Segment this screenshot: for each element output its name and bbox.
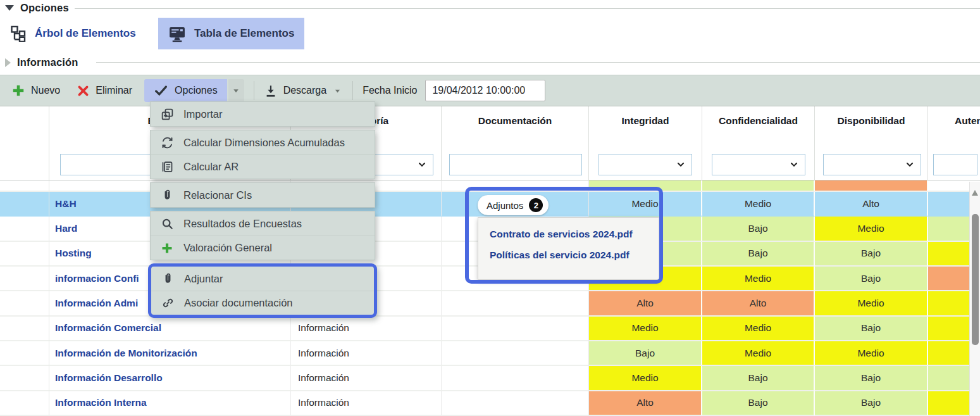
tabla-de-elementos-button[interactable]: Tabla de Elementos bbox=[158, 18, 304, 49]
section-opciones-header[interactable]: Opciones bbox=[5, 2, 69, 14]
element-name-cell[interactable]: Información de Monitorización bbox=[49, 341, 291, 366]
disponibilidad-filter-select[interactable] bbox=[823, 154, 921, 175]
row-select-cell[interactable] bbox=[0, 391, 49, 416]
eliminar-button[interactable]: Eliminar bbox=[77, 84, 132, 98]
toolbar-divider-2 bbox=[352, 81, 353, 100]
column-header-confidencialidad[interactable]: Confidencialidad bbox=[702, 106, 815, 149]
paperclip-icon bbox=[161, 272, 175, 286]
table-row[interactable]: Información AdmiAltoAltoMedio bbox=[0, 291, 980, 316]
dimension-value: Medio bbox=[857, 223, 884, 234]
table-row[interactable]: Información DesarrolloInformaciónMedioBa… bbox=[0, 366, 980, 391]
scrollbar-up-arrow-icon[interactable] bbox=[972, 190, 978, 196]
menu-item-label: Calcular Dimensiones Acumuladas bbox=[183, 137, 345, 149]
nuevo-label: Nuevo bbox=[31, 85, 60, 96]
report-icon bbox=[160, 160, 174, 174]
dimension-value: Alto bbox=[636, 397, 654, 408]
collapse-triangle-icon[interactable] bbox=[5, 5, 14, 11]
row-select-cell[interactable] bbox=[0, 192, 49, 217]
confidencialidad-cell: Bajo bbox=[702, 242, 815, 267]
menu-group: Calcular Dimensiones AcumuladasCalcular … bbox=[150, 130, 375, 179]
row-select-cell[interactable] bbox=[0, 317, 49, 341]
adjuntos-count-badge: 2 bbox=[529, 198, 543, 212]
adjuntos-pill: Adjuntos 2 bbox=[478, 195, 549, 215]
dimension-value: Bajo bbox=[861, 372, 881, 384]
confidencialidad-filter-select[interactable] bbox=[712, 154, 805, 175]
row-select-cell[interactable] bbox=[0, 242, 49, 267]
column-header-documentaci-n[interactable]: Documentación bbox=[442, 106, 589, 149]
adjuntos-title: Adjuntos bbox=[487, 200, 523, 211]
column-header-integridad[interactable]: Integridad bbox=[589, 106, 702, 149]
opciones-button[interactable]: Opciones bbox=[144, 79, 227, 102]
element-name-cell[interactable]: Información Interna bbox=[49, 391, 291, 416]
row-select-cell[interactable] bbox=[0, 267, 49, 291]
menu-item-adjuntar[interactable]: Adjuntar bbox=[151, 267, 374, 291]
tabla-label: Tabla de Elementos bbox=[194, 27, 294, 40]
documentacion-cell bbox=[442, 366, 589, 391]
categoria-value: Información bbox=[298, 348, 349, 359]
element-name: informacion Confi bbox=[55, 273, 139, 284]
menu-item-label: Asociar documentación bbox=[184, 297, 293, 309]
attachment-link[interactable]: Contrato de servicios 2024.pdf bbox=[490, 229, 659, 240]
integridad-filter-select[interactable] bbox=[599, 154, 692, 175]
dimension-value: Bajo bbox=[861, 273, 881, 284]
element-name: Información Desarrollo bbox=[55, 372, 163, 384]
element-name: Hard bbox=[55, 223, 77, 234]
section-opciones-label: Opciones bbox=[20, 2, 69, 14]
menu-item-importar[interactable]: Importar bbox=[151, 102, 375, 126]
fecha-inicio-label: Fecha Inicio bbox=[363, 85, 417, 96]
dimension-value: Medio bbox=[631, 322, 658, 334]
expand-triangle-icon[interactable] bbox=[5, 58, 11, 67]
table-row[interactable]: Información de MonitorizaciónInformación… bbox=[0, 341, 980, 366]
toolbar: Nuevo Eliminar Opciones Descarga bbox=[0, 75, 980, 106]
attachment-link[interactable]: Políticas del servicio 2024.pdf bbox=[490, 249, 659, 261]
menu-item-label: Adjuntar bbox=[184, 273, 223, 285]
confidencialidad-cell: Bajo bbox=[702, 391, 815, 416]
confidencialidad-cell: Medio bbox=[702, 192, 815, 217]
table-row[interactable]: Información InternaInformaciónAltoBajoBa… bbox=[0, 391, 980, 416]
confidencialidad-cell: Bajo bbox=[702, 217, 815, 241]
menu-item-calcular-dimensiones-acumuladas[interactable]: Calcular Dimensiones Acumuladas bbox=[151, 130, 375, 154]
check-icon bbox=[154, 84, 168, 98]
dimension-value: Medio bbox=[857, 348, 884, 359]
header-row: ElementoCategoríaDocumentaciónIntegridad… bbox=[0, 106, 980, 149]
column-header-autenticidad[interactable]: Autenticidad bbox=[928, 106, 980, 149]
autenticidad-filter-input[interactable] bbox=[933, 154, 977, 175]
opciones-dropdown-arrow[interactable] bbox=[228, 79, 244, 102]
vertical-scrollbar[interactable] bbox=[969, 182, 980, 416]
table-row[interactable]: Información ComercialInformaciónMedioMed… bbox=[0, 317, 980, 341]
arbol-label: Árbol de Elementos bbox=[35, 27, 136, 40]
dimension-value: Bajo bbox=[748, 223, 767, 234]
menu-item-relacionar-cis[interactable]: Relacionar CIs bbox=[151, 183, 375, 207]
element-name: Información Comercial bbox=[55, 322, 161, 334]
menu-item-calcular-ar[interactable]: Calcular AR bbox=[151, 154, 375, 179]
chevron-down-icon bbox=[675, 159, 686, 170]
descarga-button[interactable]: Descarga bbox=[264, 84, 343, 98]
confidencialidad-cell bbox=[702, 180, 815, 192]
menu-item-label: Resultados de Encuestas bbox=[183, 218, 302, 230]
documentacion-filter-input[interactable] bbox=[449, 154, 582, 175]
element-name-cell[interactable]: Información Desarrollo bbox=[49, 366, 291, 391]
row-select-cell[interactable] bbox=[0, 217, 49, 241]
dimension-value: Medio bbox=[745, 348, 771, 359]
column-header-disponibilidad[interactable]: Disponibilidad bbox=[815, 106, 928, 149]
disponibilidad-cell: Bajo bbox=[815, 242, 928, 267]
row-select-cell[interactable] bbox=[0, 291, 49, 316]
row-select-cell[interactable] bbox=[0, 366, 49, 391]
monitor-icon bbox=[168, 25, 186, 42]
row-select-cell[interactable] bbox=[0, 180, 49, 192]
menu-item-resultados-de-encuestas[interactable]: Resultados de Encuestas bbox=[151, 211, 375, 236]
dimension-value: Alto bbox=[862, 198, 879, 210]
column-header-label: Autenticidad bbox=[955, 115, 980, 126]
arbol-de-elementos-button[interactable]: Árbol de Elementos bbox=[0, 18, 146, 49]
nuevo-button[interactable]: Nuevo bbox=[11, 84, 60, 98]
section-informacion-header[interactable]: Información bbox=[5, 56, 78, 68]
fecha-inicio-input[interactable] bbox=[425, 80, 545, 101]
menu-item-valoración-general[interactable]: Valoración General bbox=[151, 236, 375, 260]
column-header-label: Documentación bbox=[478, 115, 552, 126]
column-header-select[interactable] bbox=[0, 106, 49, 149]
scrollbar-thumb[interactable] bbox=[972, 214, 979, 345]
documentacion-cell bbox=[442, 341, 589, 366]
menu-item-asociar-documentación[interactable]: Asociar documentación bbox=[151, 291, 374, 315]
filter-cell bbox=[442, 149, 589, 180]
row-select-cell[interactable] bbox=[0, 341, 49, 366]
